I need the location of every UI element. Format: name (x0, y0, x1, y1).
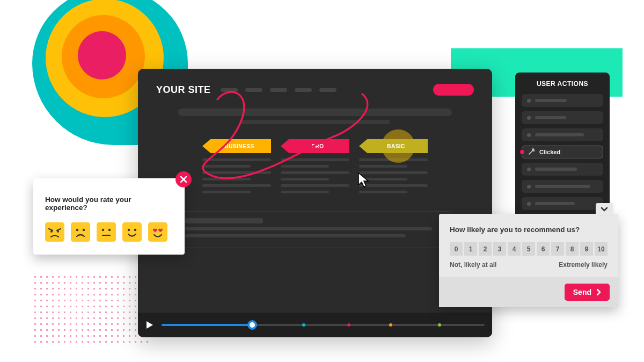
nps-score-0[interactable]: 0 (450, 242, 463, 256)
svg-point-13 (134, 229, 136, 231)
nps-label-low: Not, likely at all (450, 261, 496, 269)
svg-rect-1 (45, 222, 64, 242)
timeline-marker[interactable] (347, 323, 350, 327)
svg-point-12 (128, 229, 130, 231)
action-label: Clicked (539, 149, 560, 155)
action-placeholder[interactable] (522, 163, 603, 176)
cursor-icon (357, 172, 371, 190)
emoji-row (45, 222, 173, 242)
site-header: YOUR SITE (156, 84, 474, 96)
svg-point-9 (108, 229, 111, 231)
nps-question: How likely are you to recommend us? (450, 226, 608, 234)
emoji-happy[interactable] (122, 222, 142, 242)
svg-point-2 (50, 230, 53, 233)
nps-score-1[interactable]: 1 (464, 242, 477, 256)
cta-button[interactable] (433, 84, 474, 96)
nps-score-9[interactable]: 9 (580, 242, 593, 256)
svg-rect-14 (148, 222, 167, 242)
nps-score-3[interactable]: 3 (493, 242, 506, 256)
timeline[interactable] (162, 320, 485, 330)
hero-placeholder (178, 108, 452, 124)
plan-tag-basic: BASIC (359, 139, 428, 153)
plan-tag-business: BUSINESS (202, 139, 271, 153)
nps-score-10[interactable]: 10 (595, 242, 608, 256)
nps-score-6[interactable]: 6 (537, 242, 550, 256)
action-placeholder[interactable] (522, 128, 603, 141)
emoji-neutral[interactable] (97, 222, 116, 242)
site-title: YOUR SITE (156, 84, 211, 96)
plan-pro[interactable]: PRO (281, 139, 349, 197)
timeline-marker[interactable] (438, 323, 441, 327)
scrubber-thumb[interactable] (247, 320, 257, 330)
svg-rect-4 (71, 222, 90, 242)
user-actions-panel: USER ACTIONS Clicked (515, 73, 610, 222)
action-placeholder[interactable] (522, 94, 603, 107)
play-button[interactable] (145, 321, 154, 329)
action-placeholder[interactable] (522, 111, 603, 124)
decorative-dots (32, 274, 150, 344)
emoji-angry[interactable] (45, 222, 64, 242)
svg-rect-7 (97, 222, 116, 242)
svg-point-6 (83, 229, 85, 231)
svg-point-8 (102, 229, 104, 231)
nps-score-8[interactable]: 8 (566, 242, 579, 256)
nps-score-2[interactable]: 2 (479, 242, 492, 256)
playback-bar (138, 313, 492, 337)
nav-placeholder (221, 88, 423, 92)
nps-scale: 012345678910 (450, 242, 608, 256)
send-button[interactable]: Send (565, 284, 610, 301)
nps-panel: How likely are you to recommend us? 0123… (439, 214, 618, 307)
action-clicked[interactable]: Clicked (522, 146, 603, 158)
action-placeholder[interactable] (522, 197, 603, 210)
emoji-love[interactable] (148, 222, 167, 242)
rating-question: How would you rate your experience? (45, 196, 173, 212)
chevron-right-icon (597, 289, 601, 295)
content-block (178, 211, 452, 248)
emoji-sad[interactable] (71, 222, 90, 242)
svg-marker-0 (147, 321, 153, 329)
nps-score-5[interactable]: 5 (522, 242, 535, 256)
nps-score-4[interactable]: 4 (508, 242, 521, 256)
close-button[interactable] (175, 171, 192, 187)
timeline-marker[interactable] (389, 323, 392, 327)
timeline-marker[interactable] (302, 323, 305, 327)
actions-title: USER ACTIONS (522, 80, 603, 88)
plan-business[interactable]: BUSINESS (202, 139, 271, 197)
svg-point-3 (57, 230, 59, 233)
collapse-button[interactable] (596, 203, 613, 215)
nps-score-7[interactable]: 7 (551, 242, 564, 256)
svg-rect-11 (122, 222, 142, 242)
svg-point-5 (76, 229, 78, 231)
action-placeholder[interactable] (522, 180, 603, 193)
wand-icon (528, 148, 535, 156)
rating-popup: How would you rate your experience? (33, 178, 185, 255)
nps-label-high: Extremely likely (559, 261, 608, 269)
plan-tag-pro: PRO (281, 139, 349, 153)
pricing-columns: BUSINESS PRO BASIC (156, 139, 474, 197)
